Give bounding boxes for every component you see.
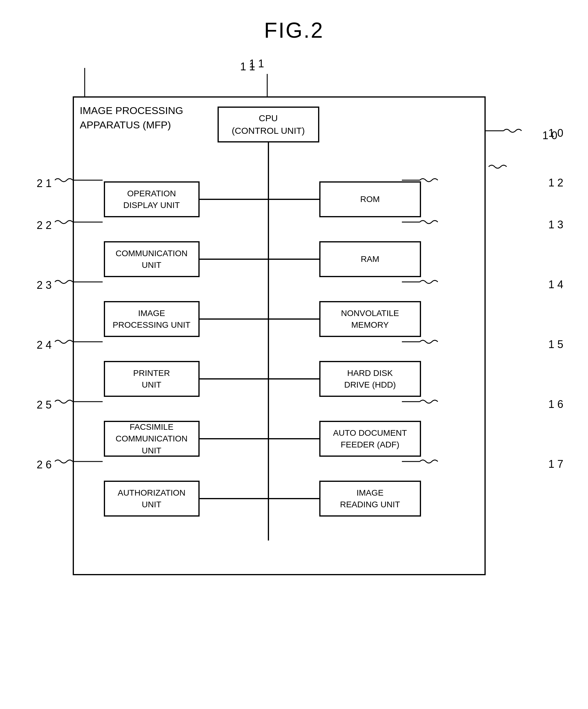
ref-25: 2 5 <box>37 399 52 411</box>
ref11-line <box>55 60 115 99</box>
left-box-22-line1: COMMUNICATION <box>115 247 188 259</box>
left-box-21-line1: OPERATION <box>123 188 180 199</box>
cpu-label-line2: (CONTROL UNIT) <box>232 125 305 137</box>
left-box-21-line2: DISPLAY UNIT <box>123 199 180 211</box>
left-box-24-line1: PRINTER <box>133 367 170 379</box>
ref-23: 2 3 <box>37 279 52 291</box>
main-label-line2: APPARATUS (MFP) <box>80 118 183 132</box>
left-box-26: AUTHORIZATION UNIT <box>104 481 199 517</box>
left-box-25: FACSIMILE COMMUNICATION UNIT <box>104 421 199 457</box>
main-label-line1: IMAGE PROCESSING <box>80 104 183 118</box>
ref-11-label: 1 1 <box>249 57 264 70</box>
right-box-15-line1: HARD DISK <box>344 367 396 379</box>
right-box-14-line1: NONVOLATILE <box>341 307 399 319</box>
ref-12: 1 2 <box>548 177 563 189</box>
right-box-14: NONVOLATILE MEMORY <box>319 301 421 337</box>
right-box-15: HARD DISK DRIVE (HDD) <box>319 361 421 397</box>
left-box-26-line2: UNIT <box>117 499 186 510</box>
left-box-26-line1: AUTHORIZATION <box>117 487 186 499</box>
left-box-22: COMMUNICATION UNIT <box>104 241 199 277</box>
ref-14: 1 4 <box>548 278 563 291</box>
cpu-label-line1: CPU <box>232 112 305 125</box>
diagram-area: 1 1 1 0 IMAGE PROCESSING APPARATUS (MFP) <box>55 60 534 629</box>
ref-21: 2 1 <box>37 177 52 190</box>
main-outer-box: IMAGE PROCESSING APPARATUS (MFP) <box>73 96 486 575</box>
right-box-17-line1: IMAGE <box>340 487 400 499</box>
right-box-17: IMAGE READING UNIT <box>319 481 421 517</box>
right-box-17-line2: READING UNIT <box>340 499 400 510</box>
ref-24: 2 4 <box>37 339 52 351</box>
left-box-23-line2: PROCESSING UNIT <box>113 319 191 331</box>
right-box-16-line2: FEEDER (ADF) <box>333 439 407 450</box>
left-box-22-line2: UNIT <box>115 259 188 271</box>
right-box-15-line2: DRIVE (HDD) <box>344 379 396 391</box>
ref-15: 1 5 <box>548 338 563 351</box>
cpu-box: CPU (CONTROL UNIT) <box>217 107 319 142</box>
ref-17: 1 7 <box>548 458 563 470</box>
left-box-21: OPERATION DISPLAY UNIT <box>104 181 199 217</box>
right-box-13-line1: RAM <box>360 253 379 265</box>
left-box-25-line1: FACSIMILE <box>108 421 195 433</box>
right-box-14-line2: MEMORY <box>341 319 399 331</box>
left-box-25-line2: COMMUNICATION UNIT <box>108 433 195 456</box>
right-box-12-line1: ROM <box>360 193 380 205</box>
page: FIG.2 1 1 1 0 IMAGE PROCESSING APPARATUS… <box>0 0 588 709</box>
ref-13: 1 3 <box>548 218 563 231</box>
right-box-16-line1: AUTO DOCUMENT <box>333 427 407 439</box>
ref-10-label: 1 0 <box>548 127 563 139</box>
right-box-16: AUTO DOCUMENT FEEDER (ADF) <box>319 421 421 457</box>
left-box-24: PRINTER UNIT <box>104 361 199 397</box>
ref-22: 2 2 <box>37 219 52 232</box>
left-box-23: IMAGE PROCESSING UNIT <box>104 301 199 337</box>
ref-26: 2 6 <box>37 458 52 471</box>
left-box-23-line1: IMAGE <box>113 307 191 319</box>
figure-title: FIG.2 <box>264 18 324 43</box>
right-box-12: ROM <box>319 181 421 217</box>
right-box-13: RAM <box>319 241 421 277</box>
main-box-label: IMAGE PROCESSING APPARATUS (MFP) <box>80 104 183 132</box>
left-box-24-line2: UNIT <box>133 379 170 391</box>
ref-16: 1 6 <box>548 398 563 411</box>
